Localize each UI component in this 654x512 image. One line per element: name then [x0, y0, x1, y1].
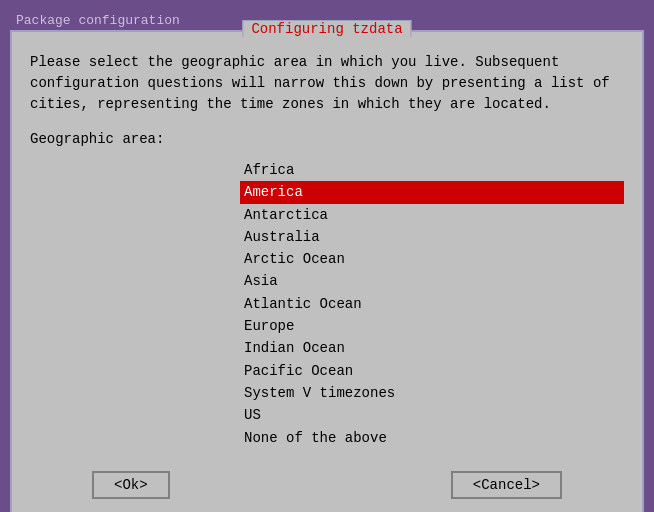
inner-window: Configuring tzdata Please select the geo… — [10, 30, 644, 512]
list-item[interactable]: Australia — [240, 226, 624, 248]
geo-area-label: Geographic area: — [30, 131, 624, 147]
list-item[interactable]: Europe — [240, 315, 624, 337]
list-item[interactable]: Arctic Ocean — [240, 248, 624, 270]
outer-window: Package configuration Configuring tzdata… — [10, 11, 644, 501]
tab-title: Configuring tzdata — [242, 20, 411, 37]
list-items-wrapper: AfricaAmericaAntarcticaAustraliaArctic O… — [240, 159, 624, 449]
description-text: Please select the geographic area in whi… — [30, 52, 624, 115]
list-item[interactable]: US — [240, 404, 624, 426]
list-item[interactable]: Antarctica — [240, 204, 624, 226]
geographic-list: AfricaAmericaAntarcticaAustraliaArctic O… — [30, 159, 624, 449]
list-item[interactable]: Pacific Ocean — [240, 360, 624, 382]
list-item[interactable]: None of the above — [240, 427, 624, 449]
list-item[interactable]: Atlantic Ocean — [240, 293, 624, 315]
ok-button[interactable]: <Ok> — [92, 471, 170, 499]
list-item[interactable]: Africa — [240, 159, 624, 181]
cancel-button[interactable]: <Cancel> — [451, 471, 562, 499]
button-bar: <Ok> <Cancel> — [12, 459, 642, 512]
content-area: Please select the geographic area in whi… — [12, 32, 642, 459]
list-item[interactable]: America — [240, 181, 624, 203]
list-item[interactable]: Asia — [240, 270, 624, 292]
list-item[interactable]: System V timezones — [240, 382, 624, 404]
list-item[interactable]: Indian Ocean — [240, 337, 624, 359]
